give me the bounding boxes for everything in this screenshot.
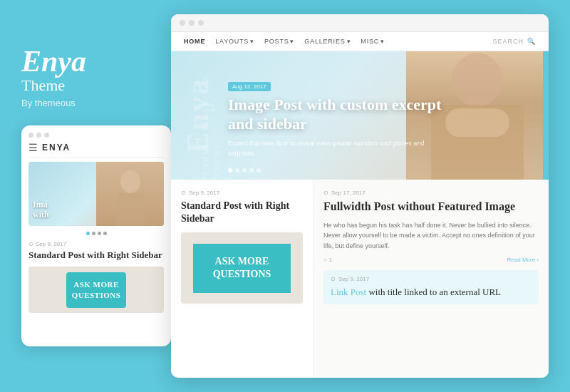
brand-subtitle: Theme: [21, 76, 171, 95]
read-more-link[interactable]: Read More ›: [507, 257, 539, 263]
desktop-dot-3: [198, 20, 204, 26]
nav-layouts[interactable]: LAYOUTS ▾: [215, 38, 254, 45]
svg-rect-1: [116, 193, 145, 226]
mobile-post-image: ASK MORE QUESTIONS: [28, 267, 164, 313]
mobile-post-title: Standard Post with Right Sidebar: [28, 249, 164, 262]
hero-date-tag: Aug 12, 2017: [228, 82, 271, 91]
post-right-date: ⊙ Sep 17, 2017: [323, 190, 539, 196]
date-icon: ⊙: [181, 190, 186, 196]
mobile-dot-1: [28, 133, 33, 138]
pg-dot-5: [256, 168, 261, 172]
hero-vertical-text-magazine: Modern Magazine Theme: [200, 58, 222, 180]
hero-text-overlay: Aug 12, 2017 Image Post with custom exce…: [228, 78, 456, 158]
carousel-dot-1: [86, 232, 90, 235]
mobile-hero-image: [96, 162, 164, 226]
nav-links: HOME LAYOUTS ▾ POSTS ▾ GALLERIES ▾ MISC …: [184, 38, 385, 45]
chevron-icon: ▾: [380, 38, 385, 45]
post-left-image: ASK MORE QUESTIONS: [181, 232, 303, 304]
post-left: ⊙ Sep 9, 2017 Standard Post with Right S…: [171, 180, 314, 378]
post-left-title: Standard Post with Right Sidebar: [181, 200, 303, 225]
left-panel: Enya Theme By themeous ☰ ENYA Jul 6, 201…: [21, 46, 171, 346]
post-right-body: He who has begun his task has half done …: [323, 220, 539, 251]
date-icon: ⊙: [331, 276, 336, 282]
brand-name: Enya: [21, 46, 171, 76]
mobile-top-bar: [28, 133, 164, 138]
person-silhouette: [109, 169, 152, 226]
mobile-hero: Jul 6, 2017 Ima with: [28, 162, 164, 226]
comment-icon: ○: [323, 257, 327, 263]
chevron-icon: ▾: [290, 38, 294, 45]
desktop-top-bar: [171, 14, 549, 32]
link-post-label: Link Post: [331, 287, 366, 297]
date-icon: ⊙: [28, 241, 33, 247]
mobile-ask-more: ASK MORE QUESTIONS: [66, 272, 127, 309]
hamburger-icon: ☰: [28, 142, 38, 154]
nav-misc[interactable]: MISC ▾: [361, 38, 385, 45]
comment-count: ○ 1 Read More ›: [323, 257, 539, 263]
link-post-date: ⊙ Sep 9, 2017: [331, 276, 532, 282]
search-icon: 🔍: [527, 38, 536, 45]
post-left-date: ⊙ Sep 9, 2017: [181, 190, 303, 196]
carousel-dot-2: [92, 232, 95, 235]
date-icon: ⊙: [323, 190, 328, 196]
pg-dot-1: [228, 168, 232, 172]
link-post-title: Link Post with title linked to an extern…: [331, 286, 532, 299]
mobile-nav-brand: ENYA: [42, 143, 71, 153]
desktop-dot-2: [189, 20, 195, 26]
desktop-hero: Enya Modern Magazine Theme Aug 12, 2017 …: [171, 51, 549, 180]
hero-main-title: Image Post with custom excerpt and sideb…: [228, 96, 456, 133]
hero-blue-bar: [543, 51, 549, 180]
desktop-mockup: HOME LAYOUTS ▾ POSTS ▾ GALLERIES ▾ MISC …: [171, 14, 549, 378]
post-right: ⊙ Sep 17, 2017 Fullwidth Post without Fe…: [314, 180, 549, 378]
desktop-dot-1: [180, 20, 185, 26]
nav-search-area[interactable]: SEARCH 🔍: [492, 38, 536, 45]
mobile-hero-person: [96, 162, 164, 226]
pg-dot-2: [235, 168, 239, 172]
hero-excerpt: Expect that new door to reveal even grea…: [228, 139, 442, 158]
ask-more-desktop: ASK MORE QUESTIONS: [193, 244, 291, 292]
nav-posts[interactable]: POSTS ▾: [264, 38, 294, 45]
svg-point-0: [120, 170, 140, 193]
chevron-icon: ▾: [250, 38, 254, 45]
brand-by: By themeous: [21, 98, 171, 108]
desktop-content: HOME LAYOUTS ▾ POSTS ▾ GALLERIES ▾ MISC …: [171, 32, 549, 378]
mobile-dot-2: [36, 133, 41, 138]
desktop-nav: HOME LAYOUTS ▾ POSTS ▾ GALLERIES ▾ MISC …: [171, 32, 549, 51]
carousel-dot-3: [98, 232, 101, 235]
mobile-dot-3: [44, 133, 49, 138]
svg-point-2: [452, 53, 502, 107]
pg-dot-3: [242, 168, 247, 172]
mobile-post-date: ⊙ Sep 9, 2017: [28, 241, 164, 247]
carousel-dot-4: [103, 232, 107, 235]
mobile-carousel-dots: [28, 232, 164, 235]
link-post-suffix: with title linked to an external URL: [368, 287, 501, 297]
mobile-nav: ☰ ENYA: [28, 142, 164, 158]
chevron-icon: ▾: [347, 38, 351, 45]
mobile-mockup: ☰ ENYA Jul 6, 2017 Ima with: [21, 125, 171, 346]
pg-dot-4: [249, 168, 254, 172]
desktop-posts-grid: ⊙ Sep 9, 2017 Standard Post with Right S…: [171, 180, 549, 378]
nav-galleries[interactable]: GALLERIES ▾: [304, 38, 351, 45]
hero-pagination: [228, 168, 261, 172]
link-post-container: ⊙ Sep 9, 2017 Link Post with title linke…: [323, 270, 539, 304]
post-right-title: Fullwidth Post without Featured Image: [323, 200, 539, 215]
nav-home[interactable]: HOME: [184, 38, 205, 45]
